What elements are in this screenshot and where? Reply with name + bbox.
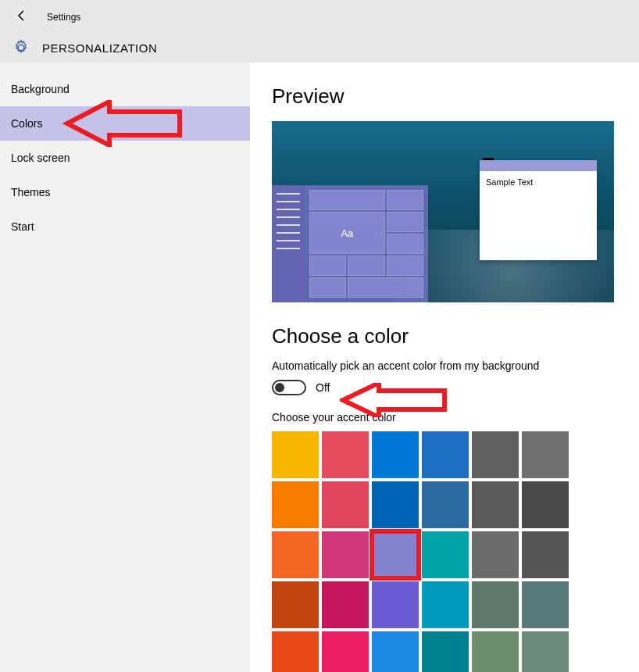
accent-swatch[interactable] [522, 531, 569, 578]
accent-swatch[interactable] [422, 531, 469, 578]
sidebar-item-label: Background [11, 83, 70, 95]
app-name: Settings [47, 12, 80, 23]
sidebar-item-themes[interactable]: Themes [0, 175, 250, 209]
preview-box: Aa Sample Text [272, 121, 614, 302]
accent-swatch[interactable] [422, 581, 469, 628]
accent-swatch[interactable] [522, 581, 569, 628]
auto-pick-label: Automatically pick an accent color from … [272, 359, 617, 372]
accent-swatch[interactable] [322, 631, 369, 672]
accent-swatch[interactable] [422, 631, 469, 672]
accent-swatch[interactable] [522, 481, 569, 528]
accent-color-label: Choose your accent color [272, 411, 617, 424]
accent-swatch[interactable] [272, 431, 319, 478]
accent-swatch[interactable] [472, 581, 519, 628]
back-arrow-icon[interactable] [12, 6, 31, 28]
accent-swatch[interactable] [472, 631, 519, 672]
accent-swatch[interactable] [372, 431, 419, 478]
sidebar-item-start[interactable]: Start [0, 209, 250, 244]
sidebar-item-lock-screen[interactable]: Lock screen [0, 141, 250, 175]
preview-tile-aa: Aa [309, 212, 385, 254]
accent-swatch[interactable] [272, 481, 319, 528]
sidebar: Background Colors Lock screen Themes Sta… [0, 63, 250, 672]
accent-swatch[interactable] [322, 481, 369, 528]
section-title: PERSONALIZATION [42, 41, 157, 55]
preview-sample-titlebar [480, 160, 597, 171]
sidebar-item-label: Themes [11, 186, 51, 198]
preview-sample-window: Sample Text [480, 160, 597, 260]
sidebar-item-label: Colors [11, 117, 42, 130]
accent-swatch[interactable] [472, 431, 519, 478]
accent-swatch[interactable] [522, 431, 569, 478]
sidebar-item-label: Lock screen [11, 152, 70, 164]
accent-swatch[interactable] [472, 531, 519, 578]
accent-swatch[interactable] [322, 581, 369, 628]
header: Settings PERSONALIZATION [0, 0, 639, 63]
accent-swatch[interactable] [272, 581, 319, 628]
preview-sample-text: Sample Text [480, 171, 597, 193]
accent-swatch-grid [272, 431, 617, 672]
accent-swatch[interactable] [272, 631, 319, 672]
preview-heading: Preview [272, 84, 617, 109]
sidebar-item-background[interactable]: Background [0, 72, 250, 106]
toggle-knob-icon [275, 383, 284, 392]
accent-swatch[interactable] [522, 631, 569, 672]
preview-tiles: Aa [305, 185, 428, 302]
accent-swatch[interactable] [322, 431, 369, 478]
auto-pick-toggle[interactable] [272, 380, 306, 395]
accent-swatch[interactable] [422, 431, 469, 478]
accent-swatch[interactable] [372, 631, 419, 672]
content-pane: Preview Aa Sample Text Choose a color [250, 63, 639, 672]
accent-swatch[interactable] [372, 581, 419, 628]
choose-color-heading: Choose a color [272, 324, 617, 349]
preview-start-panel: Aa [272, 185, 428, 302]
sidebar-item-colors[interactable]: Colors [0, 106, 250, 141]
preview-start-list [272, 185, 305, 302]
toggle-state-label: Off [316, 381, 330, 394]
accent-swatch[interactable] [372, 481, 419, 528]
accent-swatch[interactable] [422, 481, 469, 528]
accent-swatch[interactable] [372, 531, 419, 578]
accent-swatch[interactable] [272, 531, 319, 578]
gear-icon [12, 39, 30, 56]
accent-swatch[interactable] [322, 531, 369, 578]
accent-swatch[interactable] [472, 481, 519, 528]
sidebar-item-label: Start [11, 220, 34, 233]
